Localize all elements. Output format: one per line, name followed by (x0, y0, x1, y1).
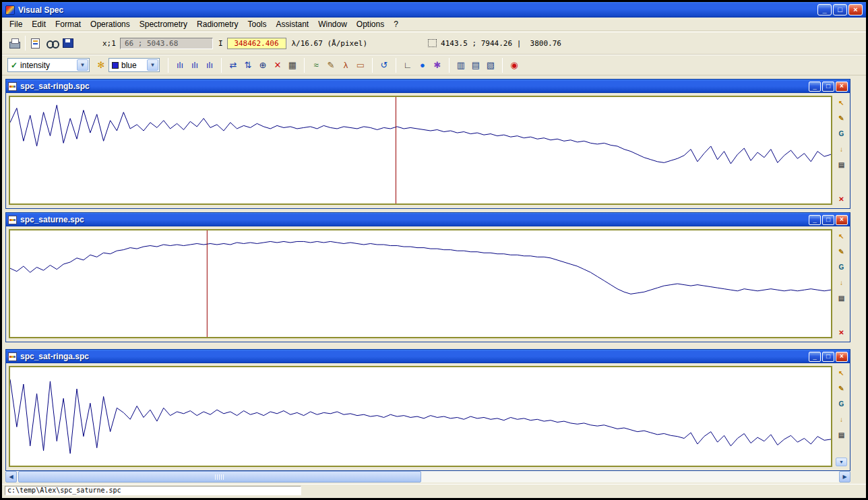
pointer-icon[interactable]: ↖ (836, 368, 847, 378)
menubar: File Edit Format Operations Spectrometry… (2, 18, 866, 31)
save-icon[interactable] (62, 38, 74, 49)
red-toggle-button[interactable]: ◉ (507, 58, 522, 73)
spectrum-plot[interactable] (9, 366, 832, 467)
menu-window[interactable]: Window (313, 18, 352, 30)
gauss-icon[interactable]: G (836, 129, 847, 139)
delete-icon[interactable]: ✕ (836, 327, 847, 338)
spectrum-file-icon (8, 352, 17, 361)
statusbar: c:\temp\Alex\spc_saturne.spc (2, 484, 866, 496)
menu-assistant[interactable]: Assistant (271, 18, 313, 30)
table-icon: ▤ (472, 60, 480, 70)
binning-1-button[interactable]: ılı (173, 58, 187, 73)
unzoom-button[interactable]: ✕ (270, 58, 285, 73)
visual-spec-window: Visual Spec _ □ × File Edit Format Opera… (2, 2, 866, 498)
menu-options[interactable]: Options (352, 18, 389, 30)
child-titlebar[interactable]: spc_sat-ringb.spc _ □ × (6, 80, 850, 93)
menu-tools[interactable]: Tools (243, 18, 271, 30)
unzoom-icon: ✕ (274, 60, 282, 70)
baseline-icon[interactable]: ↓ (836, 414, 847, 425)
chevron-down-icon[interactable]: ▼ (147, 59, 158, 71)
zoom-select-button[interactable]: ⇄ (226, 58, 241, 73)
list-icon[interactable]: ▤ (836, 293, 847, 303)
menu-format[interactable]: Format (51, 18, 86, 30)
scroll-left-button[interactable]: ◀ (5, 471, 17, 482)
close-button[interactable]: × (836, 215, 848, 225)
spectrum-window-ringa: spc_sat-ringa.spc _ □ × ↖ ✎ G ↓ ▤ ▼ (5, 349, 850, 471)
doc-edit-icon[interactable] (30, 38, 42, 49)
close-button[interactable]: × (848, 4, 863, 15)
despike-button[interactable]: ✱ (430, 58, 445, 73)
pointer-icon[interactable]: ↖ (836, 98, 847, 108)
maximize-button[interactable]: □ (822, 352, 834, 362)
magic-wand-icon-button[interactable]: ✻ (94, 58, 108, 73)
gauss-icon[interactable]: G (836, 262, 847, 272)
menu-spectrometry[interactable]: Spectrometry (135, 18, 192, 30)
binoculars-icon[interactable] (46, 38, 58, 49)
spectrum-window-saturne: spc_saturne.spc _ □ × ↖ ✎ G ↓ ▤ ✕ (5, 212, 850, 342)
color-combobox[interactable]: blue ▼ (108, 58, 160, 72)
chevron-down-icon[interactable]: ▼ (77, 59, 88, 71)
pencil-icon[interactable]: ✎ (836, 113, 847, 123)
spectrum-plot[interactable] (9, 96, 832, 205)
menu-edit[interactable]: Edit (27, 18, 51, 30)
status-file-path: c:\temp\Alex\spc_saturne.spc (5, 486, 301, 495)
list-icon[interactable]: ▤ (836, 430, 847, 440)
titlebar[interactable]: Visual Spec _ □ × (2, 2, 866, 18)
frame-button[interactable]: ▧ (483, 58, 498, 73)
strip-scroll-down-button[interactable]: ▼ (836, 458, 847, 466)
pointer-icon[interactable]: ↖ (836, 231, 847, 241)
close-button[interactable]: × (836, 352, 848, 362)
eraser-icon: ▭ (356, 60, 365, 70)
print-icon[interactable] (9, 38, 21, 49)
spectrum-plot[interactable] (9, 229, 832, 338)
minimize-button[interactable]: _ (809, 215, 821, 225)
child-window-title: spc_saturne.spc (20, 215, 84, 224)
zoom-button[interactable]: ⊕ (255, 58, 270, 73)
undo-button[interactable]: ↺ (377, 58, 392, 73)
binning-2-button[interactable]: ılı (187, 58, 202, 73)
close-button[interactable]: × (836, 82, 848, 92)
baseline-icon[interactable]: ↓ (836, 278, 847, 288)
table-h-icon: ▥ (457, 60, 465, 70)
minimize-button[interactable]: _ (809, 82, 821, 92)
pencil-icon[interactable]: ✎ (836, 247, 847, 257)
droplet-icon: ● (420, 60, 425, 70)
mode-combobox[interactable]: ✓ intensity ▼ (7, 58, 90, 72)
pencil-button[interactable]: ✎ (323, 58, 338, 73)
lambda-eraser-button[interactable]: λ (338, 58, 353, 73)
maximize-button[interactable]: □ (822, 215, 834, 225)
scrollbar-track[interactable] (17, 471, 839, 482)
grid-button[interactable]: ▦ (285, 58, 300, 73)
readout-toolbar: x;1 66 ; 5043.68 I 348462.406 λ/16.67 (Å… (2, 32, 866, 55)
gauss-icon[interactable]: G (836, 399, 847, 409)
child-titlebar[interactable]: spc_saturne.spc _ □ × (6, 213, 850, 226)
menu-radiometry[interactable]: Radiometry (192, 18, 243, 30)
eraser-button[interactable]: ▭ (353, 58, 368, 73)
maximize-button[interactable]: □ (822, 82, 834, 92)
menu-file[interactable]: File (5, 18, 27, 30)
list-icon[interactable]: ▤ (836, 160, 847, 170)
mode-value: intensity (20, 61, 50, 70)
axes-button[interactable]: ∟ (400, 58, 415, 73)
table-h-button[interactable]: ▥ (454, 58, 468, 73)
delete-icon[interactable]: ✕ (836, 194, 847, 204)
baseline-icon[interactable]: ↓ (836, 144, 847, 154)
table-button[interactable]: ▤ (468, 58, 483, 73)
scrollbar-thumb[interactable] (18, 471, 421, 482)
binning-2-icon: ılı (191, 60, 198, 70)
menu-operations[interactable]: Operations (86, 18, 135, 30)
pencil-icon[interactable]: ✎ (836, 383, 847, 394)
scroll-right-button[interactable]: ▶ (839, 471, 850, 482)
droplet-button[interactable]: ● (415, 58, 430, 73)
binning-3-button[interactable]: ılı (202, 58, 217, 73)
child-titlebar[interactable]: spc_sat-ringa.spc _ □ × (6, 350, 850, 363)
minimize-button[interactable]: _ (809, 352, 821, 362)
horizontal-scrollbar[interactable]: ◀ ▶ (5, 471, 850, 482)
maximize-button[interactable]: □ (833, 4, 847, 15)
smooth-button[interactable]: ≈ (309, 58, 323, 73)
tools-toolbar: ✓ intensity ▼ ✻ blue ▼ ılı ılı ılı ⇄ ⇅ ⊕… (2, 55, 866, 75)
selection-box-icon[interactable] (428, 39, 437, 47)
zoom-vertical-button[interactable]: ⇅ (241, 58, 255, 73)
minimize-button[interactable]: _ (817, 4, 832, 15)
menu-help[interactable]: ? (389, 18, 403, 30)
